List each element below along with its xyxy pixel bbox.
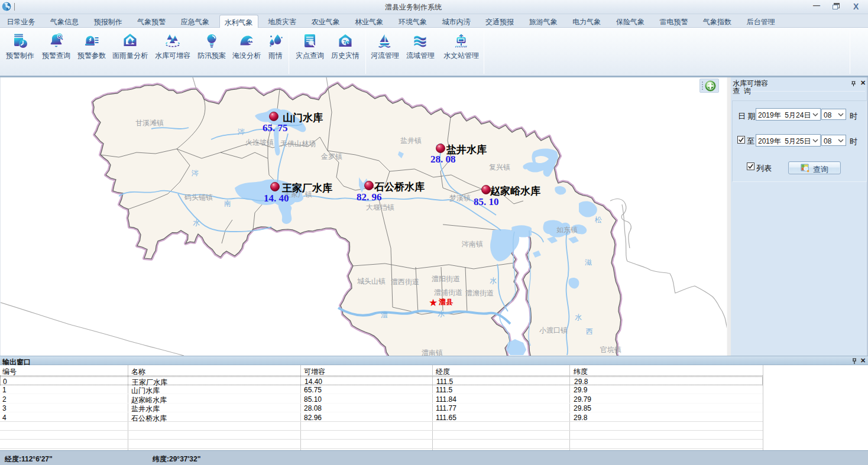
svg-text:官垸镇: 官垸镇 bbox=[600, 346, 621, 354]
svg-text:澧县: 澧县 bbox=[438, 298, 453, 306]
svg-text:盐井镇: 盐井镇 bbox=[400, 136, 422, 145]
svg-text:天供山林场: 天供山林场 bbox=[280, 139, 316, 148]
svg-text:水: 水 bbox=[193, 219, 200, 227]
svg-text:金罗镇: 金罗镇 bbox=[320, 152, 342, 161]
svg-text:涔南镇: 涔南镇 bbox=[461, 240, 483, 248]
svg-text:西: 西 bbox=[586, 327, 593, 336]
svg-text:滋: 滋 bbox=[585, 258, 592, 266]
svg-text:水: 水 bbox=[490, 277, 497, 285]
svg-text:65. 75: 65. 75 bbox=[263, 122, 288, 134]
svg-text:7: 7 bbox=[343, 39, 346, 45]
svg-text:澧: 澧 bbox=[381, 311, 388, 319]
svg-text:松: 松 bbox=[595, 216, 602, 224]
svg-text:14. 40: 14. 40 bbox=[264, 193, 289, 204]
svg-text:复兴镇: 复兴镇 bbox=[489, 163, 510, 171]
svg-text:澧浦街道: 澧浦街道 bbox=[434, 288, 462, 297]
svg-text:澧南镇: 澧南镇 bbox=[422, 349, 443, 356]
svg-text:澧西街道: 澧西街道 bbox=[391, 278, 419, 286]
svg-text:澧澹街道: 澧澹街道 bbox=[465, 289, 494, 297]
svg-text:28. 08: 28. 08 bbox=[430, 154, 456, 165]
svg-text:82. 96: 82. 96 bbox=[357, 191, 382, 203]
svg-text:梦溪镇: 梦溪镇 bbox=[449, 194, 471, 202]
svg-text:赵家峪水库: 赵家峪水库 bbox=[490, 185, 540, 197]
svg-text:山门水库: 山门水库 bbox=[283, 112, 323, 123]
svg-text:85. 10: 85. 10 bbox=[474, 196, 499, 207]
svg-text:水: 水 bbox=[575, 313, 582, 321]
svg-text:如东镇: 如东镇 bbox=[556, 226, 578, 234]
svg-text:涔: 涔 bbox=[191, 169, 199, 177]
svg-text:王家厂水库: 王家厂水库 bbox=[281, 182, 332, 194]
svg-text:码头铺镇: 码头铺镇 bbox=[184, 193, 213, 201]
svg-text:城头山镇: 城头山镇 bbox=[357, 277, 386, 285]
svg-text:大堰垱镇: 大堰垱镇 bbox=[366, 203, 394, 212]
svg-text:石公桥水库: 石公桥水库 bbox=[374, 181, 425, 193]
svg-text:涔: 涔 bbox=[237, 128, 245, 136]
svg-text:南: 南 bbox=[224, 199, 231, 207]
svg-text:火连坡镇: 火连坡镇 bbox=[245, 138, 274, 147]
svg-text:★: ★ bbox=[429, 297, 438, 308]
svg-text:小渡口镇: 小渡口镇 bbox=[539, 326, 568, 334]
svg-text:澧阳街道: 澧阳街道 bbox=[432, 275, 460, 283]
svg-text:水: 水 bbox=[438, 310, 445, 318]
svg-text:甘溪滩镇: 甘溪滩镇 bbox=[135, 119, 164, 127]
